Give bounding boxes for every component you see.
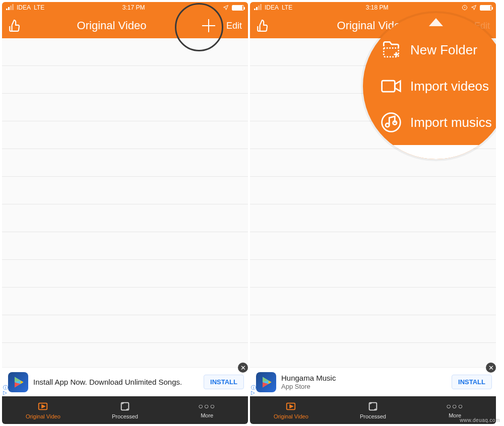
svg-marker-3 [21, 380, 24, 384]
watermark-label: www.deuaq.com [460, 417, 500, 423]
like-button[interactable] [256, 19, 269, 32]
tab-label: More [201, 412, 213, 418]
adchoices-icon[interactable]: ⓘ▷ [3, 385, 8, 395]
signal-icon [254, 5, 262, 10]
clock-label: 3:18 PM [366, 4, 389, 11]
tab-more[interactable]: ○○○ More [166, 396, 248, 424]
adchoices-icon[interactable]: ⓘ▷ [251, 385, 256, 395]
screenshot-1: IDEA LTE 3:17 PM Original Video Edit [2, 2, 248, 424]
like-button[interactable] [8, 19, 21, 32]
carrier-label: IDEA [265, 4, 279, 11]
ad-text: Hungama Music App Store [281, 374, 452, 391]
install-button[interactable]: INSTALL [452, 375, 492, 389]
clock-label: 3:17 PM [122, 4, 145, 11]
tab-processed[interactable]: Processed [84, 396, 166, 424]
carrier-label: IDEA [17, 4, 31, 11]
tab-original-video[interactable]: Original Video [2, 396, 84, 424]
ad-app-icon [256, 372, 276, 392]
nav-bar: Original Video Edit [2, 13, 248, 38]
tab-bar: Original Video Processed ○○○ More [2, 396, 248, 424]
tab-label: Processed [112, 413, 138, 419]
tab-label: Processed [360, 413, 386, 419]
svg-rect-8 [382, 81, 395, 92]
menu-import-musics[interactable]: Import musics [380, 104, 496, 140]
video-icon [380, 75, 402, 97]
network-label: LTE [282, 4, 292, 11]
ad-app-icon [8, 372, 28, 392]
orientation-lock-icon [462, 5, 468, 11]
svg-point-9 [382, 113, 401, 132]
battery-icon [232, 5, 244, 11]
tab-bar: Original Video Processed ○○○ More [250, 396, 496, 424]
more-icon: ○○○ [198, 402, 216, 411]
tab-label: Original Video [26, 413, 60, 419]
location-icon [223, 5, 229, 11]
more-icon: ○○○ [446, 402, 464, 411]
location-icon [471, 5, 477, 11]
menu-item-label: Import videos [410, 79, 489, 94]
install-button[interactable]: INSTALL [204, 375, 244, 389]
screenshot-2: IDEA LTE 3:18 PM Original Video Edit [250, 2, 496, 424]
menu-item-label: Import musics [410, 115, 492, 130]
battery-icon [480, 5, 492, 11]
menu-item-label: New Folder [410, 42, 477, 58]
status-bar: IDEA LTE 3:17 PM [2, 2, 248, 13]
svg-marker-14 [269, 380, 272, 384]
ad-text: Install App Now. Download Unlimited Song… [33, 378, 204, 387]
svg-marker-5 [42, 405, 45, 408]
status-bar: IDEA LTE 3:18 PM [250, 2, 496, 13]
tab-original-video[interactable]: Original Video [250, 396, 332, 424]
music-icon [380, 111, 402, 133]
page-title: Original Video [21, 19, 202, 32]
tab-processed[interactable]: Processed [332, 396, 414, 424]
network-label: LTE [34, 4, 44, 11]
ad-close-button[interactable]: ✕ [486, 363, 496, 373]
svg-marker-16 [290, 405, 293, 408]
signal-icon [6, 5, 14, 10]
add-button[interactable] [202, 19, 215, 32]
ad-banner[interactable]: ⓘ▷ Hungama Music App Store INSTALL ✕ [250, 367, 496, 396]
ad-close-button[interactable]: ✕ [238, 363, 248, 373]
menu-import-videos[interactable]: Import videos [380, 68, 496, 104]
ad-banner[interactable]: ⓘ▷ Install App Now. Download Unlimited S… [2, 367, 248, 396]
tab-label: Original Video [274, 413, 308, 419]
content-area [2, 38, 248, 367]
folder-plus-icon [380, 39, 402, 61]
menu-new-folder[interactable]: New Folder [380, 32, 496, 68]
edit-button[interactable]: Edit [226, 21, 242, 31]
